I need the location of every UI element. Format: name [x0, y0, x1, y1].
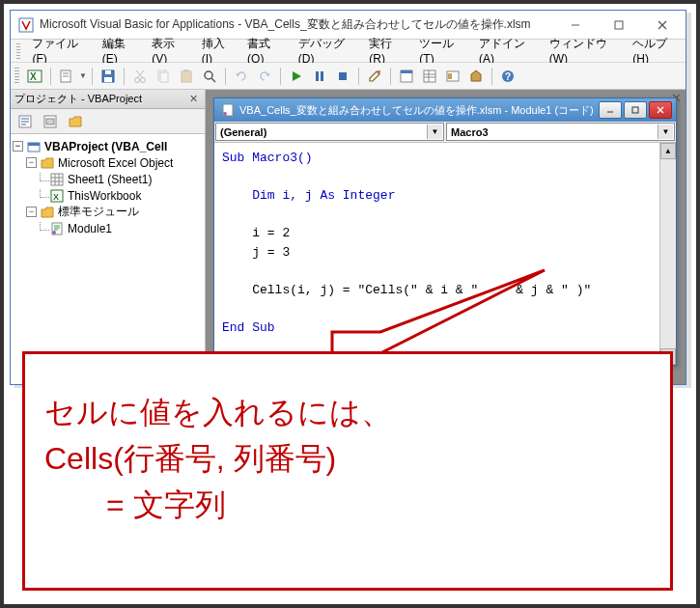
folder-icon	[40, 205, 55, 220]
object-dropdown[interactable]: (General) ▼	[215, 123, 444, 141]
vba-window: Microsoft Visual Basic for Applications …	[10, 10, 686, 385]
help-icon[interactable]: ?	[497, 66, 518, 87]
module-icon	[49, 221, 65, 236]
run-icon[interactable]	[286, 66, 307, 87]
project-explorer-icon[interactable]	[396, 66, 417, 87]
code-editor[interactable]: Sub Macro3() Dim i, j As Integer i = 2 j…	[214, 143, 659, 365]
tree-module1[interactable]: Module1	[13, 220, 203, 236]
undo-icon[interactable]	[231, 66, 252, 87]
mdi-area: ✕ VBA_Cells_変数と組み合わせしてセルの値を操作.xlsm - Mod…	[206, 90, 686, 384]
tree-sheet1[interactable]: Sheet1 (Sheet1)	[13, 171, 203, 187]
tree-collapse-icon[interactable]: −	[26, 157, 37, 168]
window-title: Microsoft Visual Basic for Applications …	[40, 16, 553, 33]
module-icon	[220, 102, 236, 118]
menubar-grip[interactable]	[16, 43, 20, 59]
tree-std-modules[interactable]: − 標準モジュール	[13, 204, 203, 220]
vba-app-icon	[18, 17, 34, 33]
code-dropdown-row: (General) ▼ Macro3 ▼	[214, 122, 676, 143]
paste-icon[interactable]	[176, 66, 197, 87]
cut-icon[interactable]	[129, 66, 151, 87]
project-panel-close-icon[interactable]: ✕	[185, 92, 201, 107]
code-close-button[interactable]	[649, 101, 672, 119]
svg-line-16	[136, 70, 143, 78]
project-panel-toolbar	[11, 109, 205, 134]
svg-rect-11	[105, 70, 111, 74]
find-icon[interactable]	[199, 66, 220, 87]
svg-line-15	[137, 70, 144, 78]
svg-point-58	[223, 112, 227, 116]
code-window-title: VBA_Cells_変数と組み合わせしてセルの値を操作.xlsm - Modul…	[239, 103, 597, 118]
break-icon[interactable]	[309, 66, 330, 87]
chevron-down-icon[interactable]: ▼	[658, 124, 673, 139]
menubar: ファイル(F) 編集(E) 表示(V) 挿入(I) 書式(O) デバッグ(D) …	[11, 40, 686, 63]
view-excel-icon[interactable]: X	[24, 66, 45, 87]
svg-rect-44	[28, 143, 40, 146]
code-window: VBA_Cells_変数と組み合わせしてセルの値を操作.xlsm - Modul…	[213, 97, 677, 366]
svg-rect-19	[182, 71, 191, 82]
svg-text:X: X	[30, 71, 37, 82]
svg-rect-29	[424, 70, 435, 82]
svg-rect-28	[401, 70, 412, 73]
design-mode-icon[interactable]	[364, 66, 385, 87]
callout-line1: セルに値を入れるには、	[44, 389, 651, 435]
folder-icon	[40, 155, 55, 171]
redo-icon[interactable]	[254, 66, 275, 87]
svg-point-21	[205, 71, 212, 79]
svg-rect-45	[51, 174, 63, 185]
view-object-icon[interactable]	[40, 111, 61, 132]
toolbar: X ▼ ?	[11, 63, 686, 90]
project-icon	[26, 139, 42, 154]
code-minimize-button[interactable]	[599, 101, 622, 119]
insert-dropdown-icon[interactable]: ▼	[79, 71, 87, 80]
insert-module-icon[interactable]	[56, 66, 77, 87]
tree-collapse-icon[interactable]: −	[26, 207, 37, 217]
svg-rect-20	[183, 69, 189, 72]
view-code-icon[interactable]	[14, 111, 36, 132]
svg-rect-26	[378, 70, 380, 73]
svg-rect-42	[46, 119, 54, 124]
svg-text:X: X	[53, 192, 59, 202]
svg-rect-60	[632, 107, 638, 113]
svg-text:?: ?	[505, 71, 511, 82]
chevron-down-icon[interactable]: ▼	[427, 124, 442, 139]
project-panel-title: プロジェクト - VBAProject	[14, 92, 185, 106]
toolbar-grip[interactable]	[14, 68, 19, 85]
tree-thisworkbook[interactable]: X ThisWorkbook	[13, 187, 203, 204]
annotation-callout: セルに値を入れるには、 Cells(行番号, 列番号) = 文字列	[22, 351, 673, 591]
callout-line2: Cells(行番号, 列番号)	[44, 435, 651, 482]
properties-icon[interactable]	[419, 66, 440, 87]
svg-point-13	[135, 77, 140, 82]
toggle-folders-icon[interactable]	[65, 111, 86, 132]
svg-rect-12	[104, 77, 112, 82]
toolbox-icon[interactable]	[465, 66, 487, 87]
svg-rect-2	[615, 21, 623, 29]
object-browser-icon[interactable]	[442, 66, 463, 87]
project-explorer-panel: プロジェクト - VBAProject ✕ − VBAProject (VBA_…	[11, 90, 206, 384]
reset-icon[interactable]	[332, 66, 353, 87]
scroll-up-icon[interactable]: ▲	[660, 143, 676, 159]
save-icon[interactable]	[98, 66, 119, 87]
svg-rect-25	[339, 72, 347, 80]
code-window-titlebar[interactable]: VBA_Cells_変数と組み合わせしてセルの値を操作.xlsm - Modul…	[214, 98, 676, 122]
svg-rect-18	[160, 72, 168, 82]
vertical-scrollbar[interactable]: ▲ ▼	[659, 143, 676, 365]
workbook-icon: X	[49, 188, 65, 204]
procedure-dropdown[interactable]: Macro3 ▼	[446, 123, 675, 141]
tree-collapse-icon[interactable]: −	[13, 141, 23, 152]
project-panel-titlebar: プロジェクト - VBAProject ✕	[11, 90, 205, 109]
tree-excel-objects[interactable]: − Microsoft Excel Object	[13, 154, 203, 171]
tree-root[interactable]: − VBAProject (VBA_Cell	[13, 138, 203, 154]
svg-line-22	[211, 78, 215, 82]
svg-rect-24	[321, 71, 323, 81]
svg-rect-23	[316, 71, 319, 81]
svg-point-14	[141, 77, 146, 82]
project-tree[interactable]: − VBAProject (VBA_Cell − Microsoft Excel…	[11, 134, 205, 384]
svg-point-56	[52, 231, 56, 235]
callout-line3: = 文字列	[44, 482, 651, 528]
copy-icon[interactable]	[153, 66, 174, 87]
sheet-icon	[49, 172, 65, 187]
svg-rect-34	[448, 73, 452, 79]
code-maximize-button[interactable]	[624, 101, 647, 119]
